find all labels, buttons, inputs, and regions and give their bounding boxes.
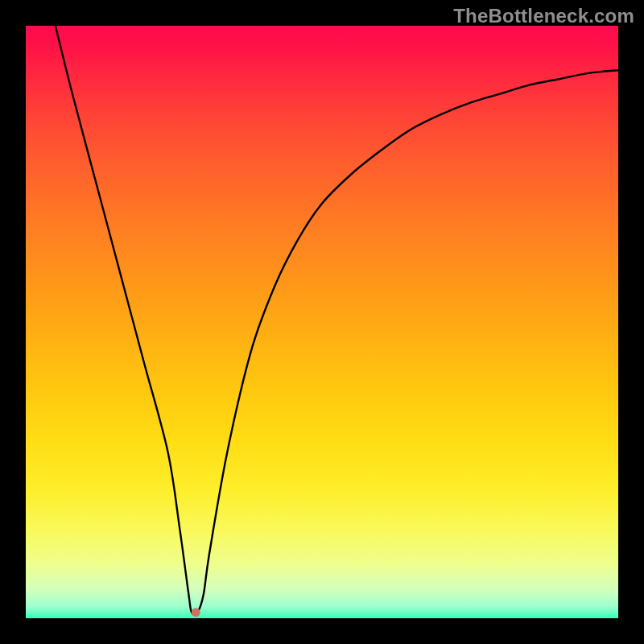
watermark-text: TheBottleneck.com [453, 5, 634, 27]
chart-container: TheBottleneck.com [0, 0, 644, 644]
chart-svg [26, 26, 618, 618]
plot-area [26, 26, 618, 618]
bottleneck-curve [56, 26, 618, 614]
minimum-marker [192, 608, 200, 617]
curve-group [56, 26, 618, 617]
